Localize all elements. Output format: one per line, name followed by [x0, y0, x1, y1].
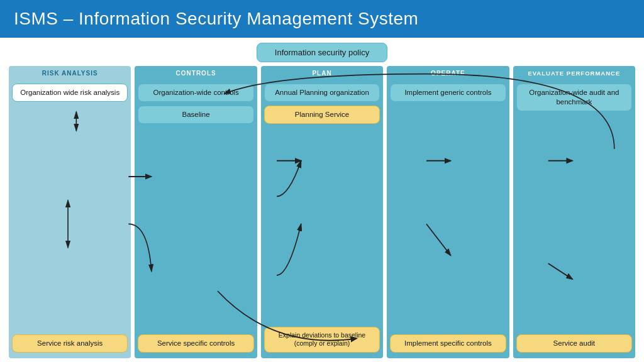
- column-risk: RISK ANALYSIS Organization wide risk ana…: [9, 66, 131, 358]
- policy-row: Information security policy: [9, 43, 635, 62]
- node-svc-audit: Service audit: [516, 334, 632, 353]
- page: ISMS – Information Security Management S…: [0, 0, 644, 362]
- node-annual-plan: Annual Planning organization: [264, 84, 380, 102]
- col-header-controls: CONTROLS: [176, 70, 216, 77]
- node-impl-specific: Implement specific controls: [390, 334, 506, 353]
- col-header-plan: PLAN: [312, 70, 331, 77]
- node-org-wide-ctrl: Organization-wide controls: [138, 84, 253, 102]
- col-header-operate: OPERATE: [431, 70, 465, 77]
- col-header-evaluate: EVALUATE PERFORMANCE: [528, 70, 620, 77]
- node-impl-generic: Implement generic controls: [390, 84, 506, 102]
- column-plan: PLAN Annual Planning organization Planni…: [261, 66, 383, 358]
- node-explain-dev: Explain deviations to baseline (comply o…: [264, 327, 380, 353]
- node-svc-specific: Service specific controls: [138, 334, 253, 353]
- diagram-area: Information security policy RISK ANALYSI…: [0, 38, 644, 362]
- node-plan-svc: Planning Service: [264, 106, 380, 124]
- col-header-risk: RISK ANALYSIS: [42, 70, 98, 77]
- node-org-audit: Organization-wide audit and benchmark: [516, 84, 632, 111]
- page-title: ISMS – Information Security Management S…: [0, 0, 644, 38]
- column-evaluate: EVALUATE PERFORMANCE Organization-wide a…: [513, 66, 635, 358]
- column-controls: CONTROLS Organization-wide controls Base…: [135, 66, 257, 358]
- column-operate: OPERATE Implement generic controls Imple…: [387, 66, 509, 358]
- columns-row: RISK ANALYSIS Organization wide risk ana…: [9, 66, 635, 358]
- node-svc-risk: Service risk analysis: [12, 334, 128, 353]
- policy-box: Information security policy: [257, 43, 387, 62]
- node-baseline: Baseline: [138, 106, 253, 124]
- node-org-risk: Organization wide risk analysis: [12, 84, 128, 102]
